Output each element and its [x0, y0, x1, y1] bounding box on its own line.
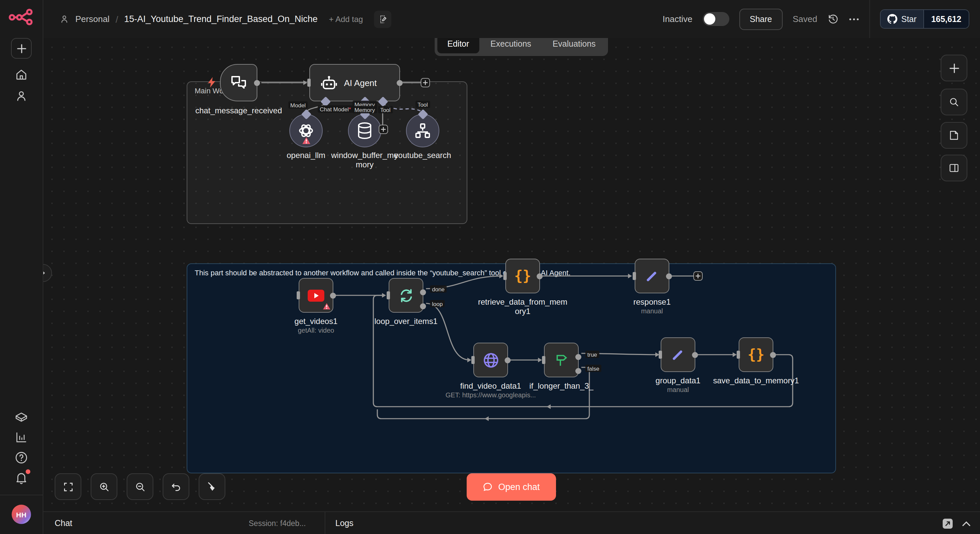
- input-port[interactable]: [659, 351, 662, 359]
- workflow-canvas[interactable]: Editor Executions Evaluations: [43, 0, 980, 511]
- add-tag-button[interactable]: + Add tag: [329, 14, 363, 24]
- input-port[interactable]: [471, 356, 475, 364]
- undo-button[interactable]: [163, 473, 189, 500]
- node-label: loop_over_items1: [356, 317, 456, 327]
- add-node-button[interactable]: [941, 55, 967, 81]
- output-port[interactable]: [770, 352, 776, 358]
- sidebar-item-notifications[interactable]: [14, 470, 28, 485]
- sidebar-item-help[interactable]: [14, 451, 28, 465]
- sidebar-item-personal[interactable]: [15, 89, 28, 103]
- input-port[interactable]: [307, 79, 311, 87]
- package-icon: [14, 411, 28, 425]
- output-chip-false: false: [585, 365, 601, 372]
- trigger-lightning-icon: [207, 77, 217, 88]
- history-button[interactable]: [827, 13, 838, 25]
- sidebar-item-home[interactable]: [15, 68, 28, 81]
- workflow-title[interactable]: 15-AI_Youtube_Trend_Finder_Based_On_Nich…: [124, 14, 317, 24]
- breadcrumb: Personal / 15-AI_Youtube_Trend_Finder_Ba…: [59, 0, 392, 38]
- node-find-video-data[interactable]: [473, 343, 508, 377]
- pen-icon: [671, 347, 685, 362]
- workflow-status-label: Inactive: [663, 14, 693, 24]
- open-chat-button[interactable]: Open chat: [467, 473, 556, 501]
- session-id: Session: f4deb...: [249, 512, 305, 534]
- zoom-out-button[interactable]: [127, 473, 153, 500]
- bar-chart-icon: [15, 431, 28, 444]
- add-tool-button[interactable]: [379, 125, 388, 134]
- tidy-up-button[interactable]: [199, 473, 225, 500]
- user-icon: [15, 89, 28, 103]
- sidebar-item-templates[interactable]: [14, 411, 28, 425]
- notification-badge: [25, 469, 30, 474]
- github-star-button[interactable]: Star: [881, 10, 923, 28]
- output-port-false[interactable]: [575, 368, 581, 374]
- node-group-data[interactable]: [661, 337, 695, 372]
- chevron-up-icon[interactable]: [962, 520, 970, 526]
- output-port[interactable]: [254, 79, 260, 86]
- bottom-panel-bar: Chat Session: f4deb... Logs: [43, 511, 980, 534]
- output-port[interactable]: [505, 357, 511, 363]
- github-star-count[interactable]: 165,612: [923, 10, 969, 28]
- node-if-longer-than-3[interactable]: [544, 343, 579, 377]
- node-ai-agent[interactable]: AI Agent: [309, 64, 400, 101]
- n8n-workflow-editor: HH Personal / 15-AI_Youtube_Trend_Finder…: [0, 0, 980, 534]
- node-get-videos[interactable]: [299, 278, 333, 313]
- node-loop-over-items[interactable]: [389, 278, 423, 313]
- logs-panel-tab[interactable]: Logs: [335, 512, 353, 534]
- output-port[interactable]: [692, 352, 698, 358]
- node-response[interactable]: [635, 259, 669, 293]
- search-button[interactable]: [941, 89, 967, 115]
- node-chat-message-received[interactable]: [220, 64, 257, 101]
- node-label: save_data_to_memory1: [710, 377, 803, 386]
- port-chip-memory-sub: Memory: [352, 106, 377, 113]
- warning-icon: [302, 137, 311, 145]
- active-toggle[interactable]: [702, 12, 729, 26]
- zoom-to-fit-button[interactable]: [55, 473, 81, 500]
- globe-icon: [482, 352, 499, 368]
- output-port-loop[interactable]: [420, 304, 426, 309]
- input-port[interactable]: [542, 356, 545, 364]
- node-label: youtube_search: [389, 151, 456, 161]
- new-workflow-button[interactable]: [11, 38, 32, 59]
- youtube-icon: [307, 289, 325, 302]
- zoom-in-button[interactable]: [91, 473, 117, 500]
- warning-icon: [323, 303, 331, 310]
- output-port-true[interactable]: [575, 354, 581, 360]
- edit-note-button[interactable]: [374, 10, 392, 28]
- edit-note-icon: [378, 14, 388, 24]
- output-port[interactable]: [537, 273, 542, 279]
- output-port[interactable]: [397, 79, 402, 86]
- breadcrumb-project[interactable]: Personal: [75, 14, 110, 24]
- history-icon: [827, 13, 838, 25]
- node-label: retrieve_data_from_memory1: [476, 298, 570, 316]
- share-button[interactable]: Share: [739, 8, 783, 30]
- add-node-after-agent-button[interactable]: [421, 78, 430, 87]
- output-port[interactable]: [666, 273, 672, 279]
- chat-bubble-icon: [483, 482, 493, 492]
- node-save-data-to-memory[interactable]: {}: [739, 337, 773, 372]
- chat-trigger-icon: [230, 75, 247, 91]
- input-port[interactable]: [387, 291, 390, 299]
- toggle-panel-button[interactable]: [941, 155, 967, 181]
- sidebar-item-insights[interactable]: [15, 431, 28, 444]
- node-label: chat_message_received: [189, 106, 289, 116]
- more-menu-button[interactable]: [849, 17, 859, 21]
- input-port[interactable]: [297, 291, 300, 299]
- chat-panel-tab[interactable]: Chat: [55, 512, 72, 534]
- node-retrieve-data-from-memory[interactable]: {}: [505, 259, 540, 293]
- code-braces-icon: {}: [748, 348, 765, 362]
- pen-icon: [645, 269, 659, 283]
- add-node-after-response-button[interactable]: [693, 271, 703, 281]
- input-port[interactable]: [633, 272, 636, 280]
- popout-logs-button[interactable]: [943, 518, 953, 528]
- input-port[interactable]: [737, 351, 740, 359]
- user-avatar[interactable]: HH: [12, 505, 31, 524]
- output-port[interactable]: [330, 292, 336, 298]
- header-actions: Inactive Share Saved: [663, 0, 969, 38]
- n8n-logo[interactable]: [9, 8, 34, 25]
- node-label: if_longer_than_3_: [511, 382, 611, 391]
- node-label: response1: [602, 298, 702, 307]
- sticky-note-button[interactable]: [941, 122, 967, 149]
- github-star-widget[interactable]: Star 165,612: [880, 10, 969, 29]
- input-port[interactable]: [503, 272, 507, 280]
- output-port-done[interactable]: [420, 289, 426, 295]
